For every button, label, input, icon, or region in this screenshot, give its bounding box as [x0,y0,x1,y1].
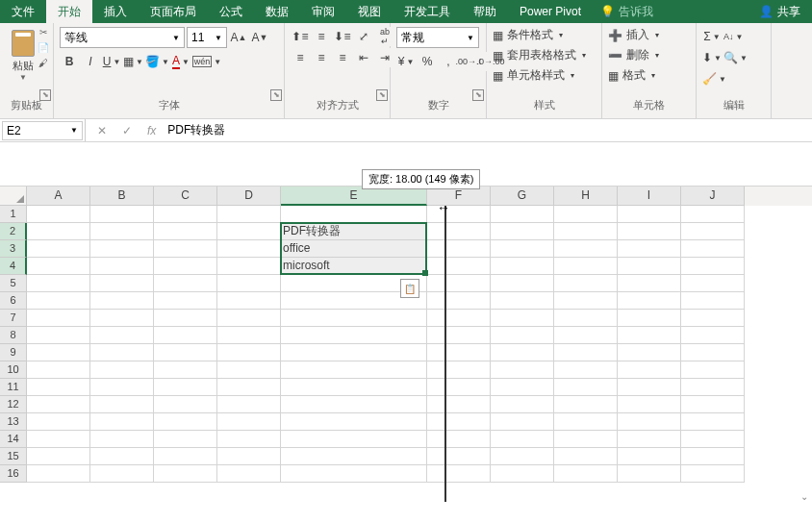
decrease-indent-button[interactable]: ⇤ [354,48,373,67]
cell-D4[interactable] [217,258,281,275]
cell-J9[interactable] [681,344,745,361]
cell-D5[interactable] [217,275,281,292]
cell-J16[interactable] [681,465,745,483]
cell-C7[interactable] [154,310,217,327]
cell-C14[interactable] [154,431,217,448]
format-as-table-button[interactable]: ▦套用表格格式▾ [493,47,596,63]
tab-data[interactable]: 数据 [254,0,300,23]
cell-D1[interactable] [217,206,281,223]
cell-G5[interactable] [491,275,554,292]
sort-filter-button[interactable]: A↓▼ [723,27,743,46]
cell-I11[interactable] [618,379,681,396]
cell-G7[interactable] [491,310,554,327]
cell-H6[interactable] [554,292,618,310]
cell-E10[interactable] [281,361,427,379]
cell-G9[interactable] [491,344,554,361]
cell-H3[interactable] [554,240,618,258]
cell-E11[interactable] [281,379,427,396]
cell-A14[interactable] [27,431,90,448]
row-header-2[interactable]: 2 [0,223,27,240]
row-header-13[interactable]: 13 [0,413,27,431]
tell-me[interactable]: 💡告诉我 [600,4,653,20]
paste-button[interactable]: 粘贴 ▼ [6,27,40,85]
cell-C1[interactable] [154,206,217,223]
cell-A6[interactable] [27,292,90,310]
phonetic-button[interactable]: wén▼ [192,52,221,71]
cell-G4[interactable] [491,258,554,275]
cell-G2[interactable] [491,223,554,240]
cell-I12[interactable] [618,396,681,413]
cell-F7[interactable] [427,310,491,327]
cell-A8[interactable] [27,327,90,344]
column-header-H[interactable]: H [554,187,618,206]
cell-B4[interactable] [90,258,154,275]
alignment-launcher[interactable]: ⬊ [376,89,388,101]
cell-styles-button[interactable]: ▦单元格样式▾ [493,67,596,84]
align-bottom-button[interactable]: ⬇≡ [333,27,352,46]
share-button[interactable]: 👤共享 [759,4,800,20]
align-middle-button[interactable]: ≡ [312,27,331,46]
tab-powerpivot[interactable]: Power Pivot [508,0,593,23]
cancel-formula-button[interactable]: ✕ [93,124,111,137]
cell-J3[interactable] [681,240,745,258]
row-header-6[interactable]: 6 [0,292,27,310]
cell-E7[interactable] [281,310,427,327]
cell-J6[interactable] [681,292,745,310]
cell-A2[interactable] [27,223,90,240]
cell-A3[interactable] [27,240,90,258]
row-header-16[interactable]: 16 [0,465,27,483]
cell-C16[interactable] [154,465,217,483]
copy-button[interactable]: 📄 [37,40,50,54]
cell-I8[interactable] [618,327,681,344]
cell-G11[interactable] [491,379,554,396]
cell-A4[interactable] [27,258,90,275]
row-header-4[interactable]: 4 [0,258,27,275]
cell-J1[interactable] [681,206,745,223]
column-header-I[interactable]: I [618,187,681,206]
cell-B12[interactable] [90,396,154,413]
expand-formula-bar[interactable]: ⌄ [800,491,808,502]
cell-H16[interactable] [554,465,618,483]
cell-G14[interactable] [491,431,554,448]
cell-J14[interactable] [681,431,745,448]
fill-color-button[interactable]: 🪣▼ [145,52,169,71]
tab-insert[interactable]: 插入 [92,0,139,23]
cell-D11[interactable] [217,379,281,396]
cell-H4[interactable] [554,258,618,275]
autosum-button[interactable]: Σ▼ [702,27,722,46]
cell-F12[interactable] [427,396,491,413]
accept-formula-button[interactable]: ✓ [118,124,136,137]
cell-F15[interactable] [427,448,491,465]
cell-B14[interactable] [90,431,154,448]
bold-button[interactable]: B [60,52,79,71]
cell-B6[interactable] [90,292,154,310]
format-cells-button[interactable]: ▦格式▾ [608,67,690,84]
cell-J5[interactable] [681,275,745,292]
font-color-button[interactable]: A▼ [171,52,190,71]
cell-D15[interactable] [217,448,281,465]
cell-D3[interactable] [217,240,281,258]
cell-C9[interactable] [154,344,217,361]
cell-B8[interactable] [90,327,154,344]
cell-E3[interactable]: office [281,240,427,258]
number-launcher[interactable]: ⬊ [472,89,484,101]
cell-F2[interactable] [427,223,491,240]
cell-H7[interactable] [554,310,618,327]
cell-F6[interactable] [427,292,491,310]
formula-input[interactable]: PDF转换器 [167,122,804,138]
cell-G15[interactable] [491,448,554,465]
cell-H2[interactable] [554,223,618,240]
cell-A10[interactable] [27,361,90,379]
border-button[interactable]: ▦▼ [123,52,143,71]
tab-page-layout[interactable]: 页面布局 [139,0,208,23]
underline-button[interactable]: U▼ [102,52,121,71]
cell-I2[interactable] [618,223,681,240]
cell-D6[interactable] [217,292,281,310]
cell-C6[interactable] [154,292,217,310]
currency-button[interactable]: ¥▼ [396,52,416,71]
cell-I5[interactable] [618,275,681,292]
align-top-button[interactable]: ⬆≡ [291,27,310,46]
italic-button[interactable]: I [81,52,100,71]
cell-D14[interactable] [217,431,281,448]
cell-G13[interactable] [491,413,554,431]
